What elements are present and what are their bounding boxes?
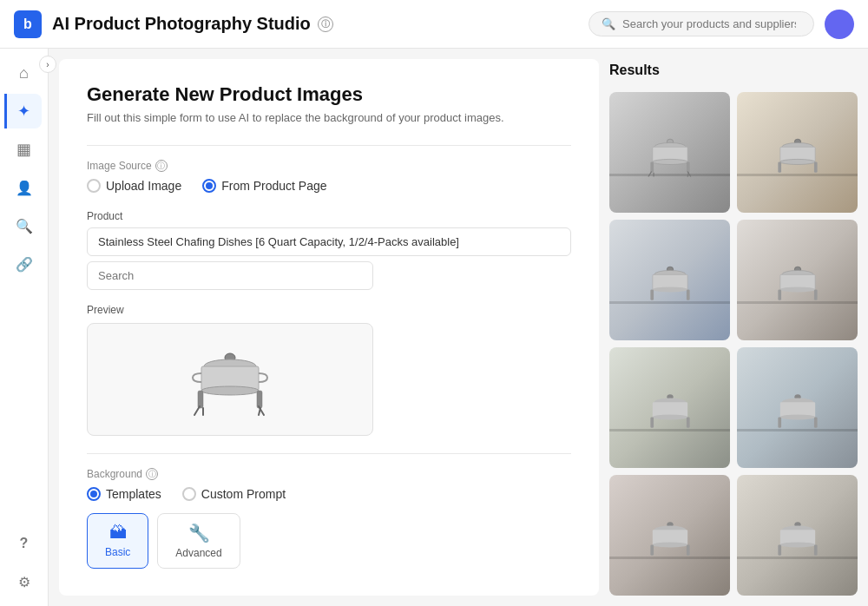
custom-prompt-option[interactable]: Custom Prompt <box>182 487 286 501</box>
svg-point-50 <box>779 414 814 419</box>
result-image-4[interactable] <box>737 220 858 340</box>
svg-rect-33 <box>650 290 654 300</box>
results-panel: Results <box>599 49 868 606</box>
svg-point-26 <box>779 159 814 164</box>
product-label: Product <box>87 210 571 222</box>
product-name: Stainless Steel Chafing Dishes [6 Quart … <box>87 227 571 256</box>
search-input[interactable] <box>622 17 796 30</box>
svg-point-38 <box>779 287 814 292</box>
sidebar-item-integrations[interactable]: 🔗 <box>7 247 42 281</box>
from-product-page-radio[interactable] <box>202 179 216 193</box>
results-grid <box>609 92 858 596</box>
result-scene-6 <box>737 347 858 468</box>
search-bar[interactable]: 🔍 <box>589 11 814 36</box>
image-source-label: Image Source ⓘ <box>87 160 571 172</box>
results-title: Results <box>609 59 858 82</box>
svg-rect-17 <box>686 162 689 173</box>
result-image-3[interactable] <box>609 220 730 340</box>
product-preview-image <box>182 340 278 418</box>
title-info-icon[interactable]: ⓘ <box>318 16 333 32</box>
logo[interactable]: b <box>14 10 42 38</box>
result-image-7[interactable] <box>609 475 730 596</box>
result-scene-4 <box>737 220 858 340</box>
tab-basic[interactable]: 🏔 Basic <box>87 513 148 569</box>
svg-line-7 <box>194 406 200 415</box>
divider-2 <box>87 453 571 454</box>
svg-point-62 <box>779 542 814 547</box>
sidebar: › ⌂ ✦ ▦ 👤 🔍 🔗 ? ⚙ <box>0 49 49 606</box>
sidebar-item-ai-studio[interactable]: ✦ <box>4 94 42 128</box>
avatar[interactable] <box>825 10 854 39</box>
sidebar-item-people[interactable]: 👤 <box>7 170 42 205</box>
templates-radio[interactable] <box>87 487 101 501</box>
product-search-input[interactable] <box>87 261 373 290</box>
background-info-icon[interactable]: ⓘ <box>146 468 158 480</box>
svg-rect-58 <box>686 545 689 556</box>
upload-image-radio[interactable] <box>87 179 101 193</box>
background-radio-group: Templates Custom Prompt <box>87 487 571 501</box>
templates-option[interactable]: Templates <box>87 487 161 501</box>
result-scene-5 <box>609 347 730 468</box>
image-source-info-icon[interactable]: ⓘ <box>155 160 168 172</box>
svg-rect-28 <box>813 162 817 173</box>
svg-rect-64 <box>813 545 817 556</box>
svg-rect-6 <box>257 391 262 408</box>
svg-rect-63 <box>778 545 781 556</box>
svg-rect-57 <box>650 545 654 556</box>
svg-point-32 <box>652 287 687 292</box>
svg-point-44 <box>652 414 687 419</box>
result-scene-1 <box>609 92 730 213</box>
result-image-8[interactable] <box>737 475 858 596</box>
svg-rect-45 <box>650 418 654 428</box>
svg-rect-52 <box>813 418 817 428</box>
result-image-1[interactable] <box>609 92 730 213</box>
result-image-5[interactable] <box>609 347 730 468</box>
result-image-6[interactable] <box>737 347 858 468</box>
form-subtitle: Fill out this simple form to use AI to r… <box>87 111 571 124</box>
form-title: Generate New Product Images <box>87 83 571 106</box>
preview-label: Preview <box>87 304 571 316</box>
svg-rect-5 <box>198 391 203 408</box>
background-label: Background ⓘ <box>87 468 571 480</box>
template-tabs: 🏔 Basic 🔧 Advanced <box>87 513 571 569</box>
svg-point-56 <box>652 542 687 547</box>
custom-prompt-radio[interactable] <box>182 487 196 501</box>
background-section: Background ⓘ Templates Custom Prompt <box>87 468 571 569</box>
sidebar-toggle[interactable]: › <box>39 56 56 73</box>
upload-image-option[interactable]: Upload Image <box>87 179 181 193</box>
svg-line-10 <box>259 408 260 415</box>
header: b AI Product Photography Studio ⓘ 🔍 <box>0 0 868 49</box>
tab-advanced-icon: 🔧 <box>188 523 210 543</box>
svg-rect-34 <box>686 290 689 300</box>
sidebar-item-help[interactable]: ? <box>7 526 42 561</box>
sidebar-item-analytics[interactable]: ▦ <box>7 132 42 167</box>
divider-1 <box>87 145 571 146</box>
image-source-radio-group: Upload Image From Product Page <box>87 179 571 193</box>
svg-line-21 <box>687 173 688 177</box>
sidebar-item-settings[interactable]: ⚙ <box>7 564 42 599</box>
result-scene-8 <box>737 475 858 596</box>
svg-rect-27 <box>778 162 781 173</box>
result-image-2[interactable] <box>737 92 858 213</box>
from-product-page-option[interactable]: From Product Page <box>202 179 326 193</box>
layout: › ⌂ ✦ ▦ 👤 🔍 🔗 ? ⚙ Generate New Product I… <box>0 49 868 606</box>
svg-point-15 <box>652 159 687 164</box>
svg-rect-51 <box>778 418 781 428</box>
preview-box <box>87 323 373 436</box>
tab-advanced[interactable]: 🔧 Advanced <box>157 513 240 569</box>
main: Generate New Product Images Fill out thi… <box>49 49 868 606</box>
svg-rect-16 <box>650 162 654 173</box>
tab-basic-icon: 🏔 <box>109 523 127 543</box>
svg-rect-46 <box>686 418 689 428</box>
svg-point-4 <box>201 386 259 395</box>
result-scene-2 <box>737 92 858 213</box>
sidebar-item-search[interactable]: 🔍 <box>7 208 42 243</box>
sidebar-item-home[interactable]: ⌂ <box>7 56 42 90</box>
svg-rect-39 <box>778 290 781 300</box>
svg-line-18 <box>648 172 651 177</box>
search-icon: 🔍 <box>602 17 615 30</box>
result-scene-7 <box>609 475 730 596</box>
form-panel: Generate New Product Images Fill out thi… <box>59 59 599 596</box>
result-scene-3 <box>609 220 730 340</box>
app-title: AI Product Photography Studio ⓘ <box>52 14 578 34</box>
